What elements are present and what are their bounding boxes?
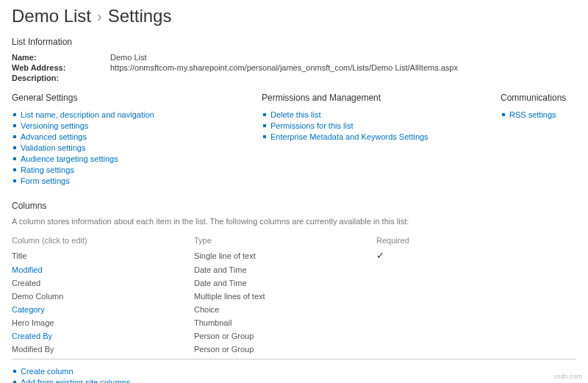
- general-settings-item: Rating settings: [12, 165, 262, 174]
- communications-item: RSS settings: [501, 110, 566, 119]
- breadcrumb-listname[interactable]: Demo List: [12, 6, 91, 26]
- column-name-link[interactable]: Category: [12, 305, 45, 314]
- breadcrumb-page: Settings: [108, 6, 172, 26]
- general-settings-heading: General Settings: [12, 93, 262, 103]
- column-name-cell: Created: [12, 276, 194, 290]
- bullet-icon: [263, 124, 266, 127]
- communications-list: RSS settings: [501, 110, 566, 119]
- column-required-cell: [376, 316, 576, 329]
- permissions-list: Delete this listPermissions for this lis…: [262, 110, 501, 141]
- column-type-cell: Date and Time: [194, 263, 376, 276]
- table-row: Hero ImageThumbnail: [12, 316, 576, 329]
- general-settings-item: Validation settings: [12, 143, 262, 152]
- table-row: Demo ColumnMultiple lines of text: [12, 290, 576, 303]
- permissions-link[interactable]: Permissions for this list: [270, 121, 353, 130]
- column-type-cell: Single line of text: [194, 248, 376, 263]
- general-settings-link[interactable]: Versioning settings: [21, 121, 88, 130]
- bullet-icon: [13, 113, 16, 116]
- table-row: TitleSingle line of text✓: [12, 248, 576, 263]
- column-name-cell: Hero Image: [12, 316, 194, 329]
- communications-link[interactable]: RSS settings: [509, 110, 556, 119]
- web-address-label: Web Address:: [12, 63, 110, 72]
- chevron-right-icon: ›: [97, 8, 102, 25]
- general-settings-link[interactable]: Audience targeting settings: [21, 154, 118, 163]
- bullet-icon: [13, 146, 16, 149]
- general-settings-item: Versioning settings: [12, 121, 262, 130]
- column-required-cell: [376, 343, 576, 356]
- column-type-cell: Choice: [194, 303, 376, 316]
- column-required-cell: [376, 290, 576, 303]
- general-settings-col: General Settings List name, description …: [12, 93, 262, 187]
- list-info-heading: List Information: [12, 37, 576, 47]
- bullet-icon: [13, 179, 16, 182]
- column-name-cell: Created By: [12, 329, 194, 343]
- general-settings-item: Form settings: [12, 176, 262, 185]
- column-type-cell: Date and Time: [194, 276, 376, 290]
- description-label: Description:: [12, 74, 110, 82]
- bullet-icon: [263, 135, 266, 138]
- table-row: ModifiedDate and Time: [12, 263, 576, 276]
- column-type-cell: Thumbnail: [194, 316, 376, 329]
- columns-section: Columns A column stores information abou…: [12, 201, 576, 383]
- communications-col: Communications RSS settings: [501, 93, 566, 187]
- column-name-link[interactable]: Modified: [12, 265, 43, 274]
- permissions-col: Permissions and Management Delete this l…: [262, 93, 501, 187]
- columns-table: Column (click to edit) Type Required Tit…: [12, 233, 576, 356]
- columns-description: A column stores information about each i…: [12, 217, 576, 226]
- columns-header-required: Required: [376, 233, 576, 248]
- column-required-cell: ✓: [376, 248, 576, 263]
- column-action-link[interactable]: Create column: [21, 367, 74, 376]
- column-type-cell: Person or Group: [194, 343, 376, 356]
- column-name-cell: Category: [12, 303, 194, 316]
- table-row: Created ByPerson or Group: [12, 329, 576, 343]
- general-settings-link[interactable]: Advanced settings: [21, 132, 87, 141]
- general-settings-link[interactable]: Form settings: [21, 176, 70, 185]
- permissions-link[interactable]: Enterprise Metadata and Keywords Setting…: [270, 132, 429, 141]
- column-type-cell: Multiple lines of text: [194, 290, 376, 303]
- general-settings-item: Audience targeting settings: [12, 154, 262, 163]
- table-row: CreatedDate and Time: [12, 276, 576, 290]
- column-name-cell: Title: [12, 248, 194, 263]
- table-row: CategoryChoice: [12, 303, 576, 316]
- columns-header-type: Type: [194, 233, 376, 248]
- columns-header-name: Column (click to edit): [12, 233, 194, 248]
- column-required-cell: [376, 263, 576, 276]
- bullet-icon: [13, 370, 16, 373]
- column-actions: Create columnAdd from existing site colu…: [12, 367, 576, 383]
- columns-heading: Columns: [12, 201, 576, 211]
- permissions-heading: Permissions and Management: [262, 93, 501, 103]
- general-settings-link[interactable]: List name, description and navigation: [21, 110, 154, 119]
- bullet-icon: [502, 113, 505, 116]
- permissions-link[interactable]: Delete this list: [270, 110, 320, 119]
- general-settings-link[interactable]: Validation settings: [21, 143, 85, 152]
- column-type-cell: Person or Group: [194, 329, 376, 343]
- column-name-cell: Modified By: [12, 343, 194, 356]
- list-name-value: Demo List: [110, 53, 147, 62]
- general-settings-item: List name, description and navigation: [12, 110, 262, 119]
- bullet-icon: [13, 168, 16, 171]
- column-name-cell: Demo Column: [12, 290, 194, 303]
- check-icon: ✓: [376, 250, 384, 261]
- bullet-icon: [13, 124, 16, 127]
- general-settings-link[interactable]: Rating settings: [21, 165, 74, 174]
- divider: [12, 359, 576, 359]
- permissions-item: Delete this list: [262, 110, 501, 119]
- list-information-section: List Information Name: Demo List Web Add…: [12, 37, 576, 82]
- column-required-cell: [376, 329, 576, 343]
- settings-columns: General Settings List name, description …: [12, 93, 576, 187]
- web-address-value: https://onmsftcom-my.sharepoint.com/pers…: [110, 63, 458, 72]
- bullet-icon: [13, 135, 16, 138]
- column-required-cell: [376, 303, 576, 316]
- column-required-cell: [376, 276, 576, 290]
- column-name-link[interactable]: Created By: [12, 332, 52, 340]
- communications-heading: Communications: [501, 93, 566, 103]
- general-settings-item: Advanced settings: [12, 132, 262, 141]
- general-settings-list: List name, description and navigationVer…: [12, 110, 262, 185]
- column-action-link[interactable]: Add from existing site columns: [21, 378, 130, 383]
- permissions-item: Permissions for this list: [262, 121, 501, 130]
- list-name-label: Name:: [12, 53, 110, 62]
- breadcrumb: Demo List › Settings: [12, 6, 576, 26]
- column-action-item: Add from existing site columns: [12, 378, 576, 383]
- column-action-item: Create column: [12, 367, 576, 376]
- permissions-item: Enterprise Metadata and Keywords Setting…: [262, 132, 501, 141]
